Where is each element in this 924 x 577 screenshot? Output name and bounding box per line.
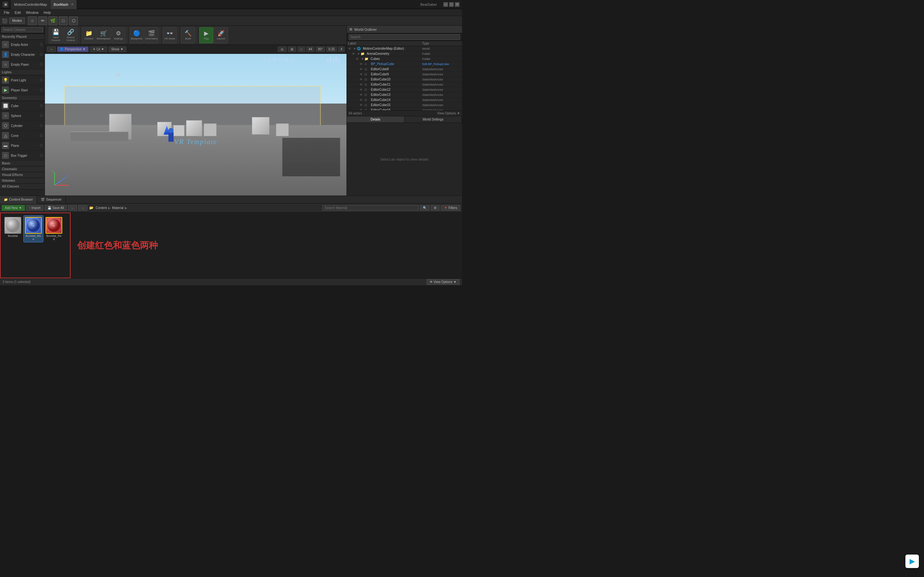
place-item-cone[interactable]: △ Cone ⓘ: [0, 131, 45, 141]
cylinder-info-icon[interactable]: ⓘ: [40, 124, 43, 128]
sphere-info-icon[interactable]: ⓘ: [40, 114, 43, 118]
vr-mode-button[interactable]: 👓 VR Mode: [163, 27, 177, 43]
mode-paint-icon[interactable]: ✏: [38, 16, 47, 25]
perspective-dropdown[interactable]: 🔵 Perspective ▼: [57, 47, 89, 52]
place-item-player-start[interactable]: ▶ Player Start ⓘ: [0, 85, 45, 95]
empty-pawn-info-icon[interactable]: ⓘ: [40, 63, 43, 67]
build-button[interactable]: 🔨 Build: [181, 27, 195, 43]
grid-size-value[interactable]: 44: [306, 47, 314, 52]
angle-value[interactable]: 90°: [316, 47, 325, 52]
expand-icon[interactable]: ▼: [357, 52, 360, 55]
tab-details[interactable]: Details: [347, 116, 405, 122]
outliner-item-editorcube15[interactable]: 👁 □ EditorCube15 StaticMeshActor: [347, 103, 462, 108]
plane-info-icon[interactable]: ⓘ: [40, 143, 43, 148]
view-options-button[interactable]: 👁 View Options ▼: [427, 279, 459, 285]
breadcrumb-material[interactable]: Material: [112, 206, 124, 210]
asset-boxmat[interactable]: BoxMat: [3, 216, 23, 242]
search-classes-input[interactable]: [1, 27, 43, 32]
show-button[interactable]: Show ▼: [108, 47, 126, 52]
play-button[interactable]: ▶ Play: [199, 27, 213, 43]
outliner-item-world[interactable]: 👁 ▼ 🌐 MotionControllerMap (Editor) World: [347, 46, 462, 51]
player-start-info-icon[interactable]: ⓘ: [40, 88, 43, 92]
expand-icon[interactable]: ▼: [353, 47, 356, 50]
point-light-info-icon[interactable]: ⓘ: [40, 78, 43, 82]
place-item-box-trigger[interactable]: □ Box Trigger ⓘ: [0, 151, 45, 161]
camera-speed-value[interactable]: 4: [338, 47, 344, 52]
menu-file[interactable]: File: [1, 9, 12, 16]
tab-boxmash[interactable]: BoxMash ✕: [50, 0, 77, 9]
filters-button[interactable]: 🔻 Filters: [441, 205, 460, 211]
save-current-button[interactable]: 💾 Save Current: [49, 27, 63, 43]
outliner-item-editorcube11[interactable]: 👁 □ EditorCube11 StaticMeshActor: [347, 82, 462, 87]
save-all-button[interactable]: 💾 Save All: [45, 205, 67, 211]
import-button[interactable]: ↑ Import: [26, 205, 43, 211]
empty-character-info-icon[interactable]: ⓘ: [40, 53, 43, 57]
nav-back-button[interactable]: ←: [68, 205, 77, 211]
launch-button[interactable]: 🚀 Launch: [214, 27, 228, 43]
search-submit-button[interactable]: 🔍: [420, 205, 430, 211]
outliner-search-input[interactable]: [349, 34, 460, 40]
outliner-item-editorcube8[interactable]: 👁 □ EditorCube8 StaticMeshActor: [347, 67, 462, 72]
viewport-3d[interactable]: VR Template ⚙ Z X Y CG学习笔记: [45, 54, 347, 195]
outliner-item-editorcube16[interactable]: 👁 □ EditorCube16 StaticMeshActor: [347, 108, 462, 110]
settings-button[interactable]: ⚙ Settings: [111, 27, 126, 43]
tab-world-settings[interactable]: World Settings: [405, 116, 462, 122]
cinematics-button[interactable]: 🎬 Cinematics: [144, 27, 158, 43]
place-item-point-light[interactable]: 💡 Point Light ⓘ: [0, 75, 45, 85]
menu-window[interactable]: Window: [23, 9, 41, 16]
view-options-button[interactable]: View Options ▼: [437, 111, 460, 115]
marketplace-button[interactable]: 🛒 Marketplace: [97, 27, 111, 43]
nav-fwd-button[interactable]: →: [78, 205, 87, 211]
minimize-button[interactable]: —: [443, 2, 448, 7]
place-item-empty-pawn[interactable]: ○ Empty Pawn ⓘ: [0, 60, 45, 69]
content-button[interactable]: 📁 Content: [82, 27, 96, 43]
source-control-button[interactable]: 🔗 Source Control: [63, 27, 78, 43]
menu-edit[interactable]: Edit: [12, 9, 23, 16]
outliner-item-cubes-folder[interactable]: 👁 ▼ 📁 Cubes Folder: [347, 56, 462, 61]
outliner-item-bp-pickupcube[interactable]: 👁 ○ BP_PickupCube Edit BP_PickupCube: [347, 61, 462, 67]
outliner-item-editorcube9[interactable]: 👁 □ EditorCube9 StaticMeshActor: [347, 72, 462, 77]
lit-dropdown[interactable]: ☀ Lit ▼: [90, 47, 107, 52]
outliner-item-arena-geometry[interactable]: 👁 ▼ 📁 ArenaGeometry Folder: [347, 51, 462, 56]
content-search-input[interactable]: [322, 205, 419, 211]
grid-icon[interactable]: ⊞: [288, 47, 296, 52]
asset-boxmat-blue[interactable]: ★ BoxMat_Blue: [24, 216, 43, 242]
outliner-item-editorcube10[interactable]: 👁 □ EditorCube10 StaticMeshActor: [347, 77, 462, 82]
outliner-item-editorcube12[interactable]: 👁 □ EditorCube12 StaticMeshActor: [347, 87, 462, 92]
place-item-sphere[interactable]: ○ Sphere ⓘ: [0, 111, 45, 121]
camera-options-icon[interactable]: ◎: [278, 47, 286, 52]
tab-sequencer[interactable]: 🎬 Sequencer: [37, 196, 65, 203]
mode-geometry-icon[interactable]: □: [59, 16, 68, 25]
mode-select-icon[interactable]: ○: [28, 16, 37, 25]
place-item-cylinder[interactable]: ⬡ Cylinder ⓘ: [0, 121, 45, 131]
asset-boxmat-red[interactable]: ★ BoxMat_Red: [44, 216, 63, 242]
viewport-snap-icon[interactable]: □: [297, 47, 305, 52]
close-tab-icon[interactable]: ✕: [71, 3, 73, 6]
close-button[interactable]: ✕: [455, 2, 459, 7]
box-trigger-info-icon[interactable]: ⓘ: [40, 153, 43, 158]
transform-button[interactable]: ↔: [47, 47, 56, 52]
place-item-empty-actor[interactable]: ○ Empty Actor ⓘ: [0, 40, 45, 50]
cube-info-icon[interactable]: ⓘ: [40, 104, 43, 108]
empty-actor-info-icon[interactable]: ⓘ: [40, 43, 43, 47]
add-new-button[interactable]: Add New ▼: [2, 205, 25, 211]
cube-icon: ⬜: [2, 102, 9, 109]
tab-content-browser[interactable]: 📁 Content Browser: [0, 196, 37, 203]
cone-info-icon[interactable]: ⓘ: [40, 134, 43, 138]
place-item-empty-character[interactable]: 👤 Empty Character ⓘ: [0, 50, 45, 60]
content-settings-button[interactable]: ⚙: [431, 205, 439, 211]
tab-motioncontrollermap[interactable]: MotionControllerMap: [11, 0, 50, 9]
outliner-item-editorcube14[interactable]: 👁 □ EditorCube14 StaticMeshActor: [347, 97, 462, 103]
blueprints-button[interactable]: 🔵 Blueprints: [129, 27, 144, 43]
modes-button[interactable]: Modes: [9, 18, 25, 24]
place-item-cube[interactable]: ⬜ Cube ⓘ: [0, 101, 45, 111]
place-item-plane[interactable]: ▬ Plane ⓘ: [0, 141, 45, 151]
mode-mesh-icon[interactable]: ⬡: [69, 16, 78, 25]
mode-foliage-icon[interactable]: 🌿: [48, 16, 57, 25]
maximize-button[interactable]: □: [449, 2, 454, 7]
expand-icon[interactable]: ▼: [361, 57, 364, 61]
breadcrumb-content[interactable]: Content: [95, 206, 107, 210]
menu-help[interactable]: Help: [41, 9, 53, 16]
scale-value[interactable]: 0.25: [326, 47, 337, 52]
outliner-item-editorcube13[interactable]: 👁 □ EditorCube13 StaticMeshActor: [347, 92, 462, 97]
